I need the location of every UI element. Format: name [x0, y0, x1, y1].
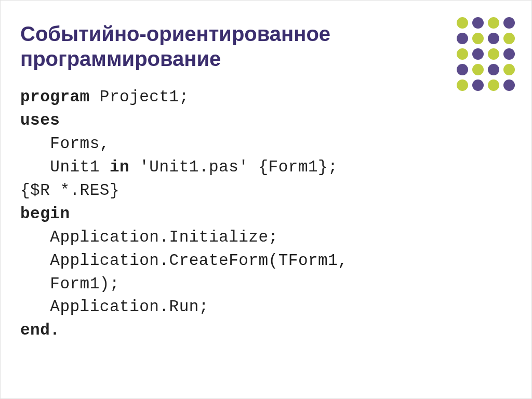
dot-icon — [488, 79, 499, 91]
code-text: Unit1 — [20, 158, 110, 176]
dot-icon — [503, 48, 515, 60]
code-line: Application.CreateForm(TForm1, — [20, 249, 512, 273]
dot-icon — [503, 64, 515, 75]
code-line: Application.Run; — [20, 296, 512, 319]
code-line: {$R *.RES} — [20, 179, 512, 203]
dot-icon — [457, 17, 468, 29]
keyword-end: end. — [20, 319, 512, 342]
code-line: Forms, — [20, 132, 512, 156]
dot-icon — [503, 33, 515, 44]
dot-icon — [472, 33, 484, 44]
slide-title: Событийно-ориентированное программирован… — [20, 21, 512, 71]
code-line: Form1); — [20, 273, 512, 296]
code-line: Unit1 in 'Unit1.pas' {Form1}; — [20, 156, 512, 179]
code-block: program Project1; uses Forms, Unit1 in '… — [20, 86, 512, 342]
dot-icon — [472, 48, 484, 60]
dot-icon — [472, 17, 484, 29]
dot-icon — [457, 79, 468, 91]
keyword-uses: uses — [20, 109, 512, 132]
code-line: Application.Initialize; — [20, 226, 512, 249]
code-line: program Project1; — [20, 86, 512, 109]
code-text: 'Unit1.pas' {Form1}; — [129, 158, 338, 176]
dot-icon — [457, 64, 468, 75]
dot-icon — [472, 79, 484, 91]
keyword-in: in — [110, 158, 129, 176]
dot-icon — [457, 33, 468, 44]
dot-icon — [457, 48, 468, 60]
dot-icon — [488, 48, 499, 60]
decorative-dots — [457, 17, 515, 91]
dot-icon — [488, 33, 499, 44]
keyword-begin: begin — [20, 203, 512, 226]
dot-icon — [503, 17, 515, 29]
code-text: Project1; — [90, 88, 189, 106]
slide: Событийно-ориентированное программирован… — [1, 1, 531, 398]
dot-icon — [488, 17, 499, 29]
keyword-program: program — [20, 88, 90, 106]
dot-icon — [472, 64, 484, 75]
dot-icon — [488, 64, 499, 75]
dot-icon — [503, 79, 515, 91]
